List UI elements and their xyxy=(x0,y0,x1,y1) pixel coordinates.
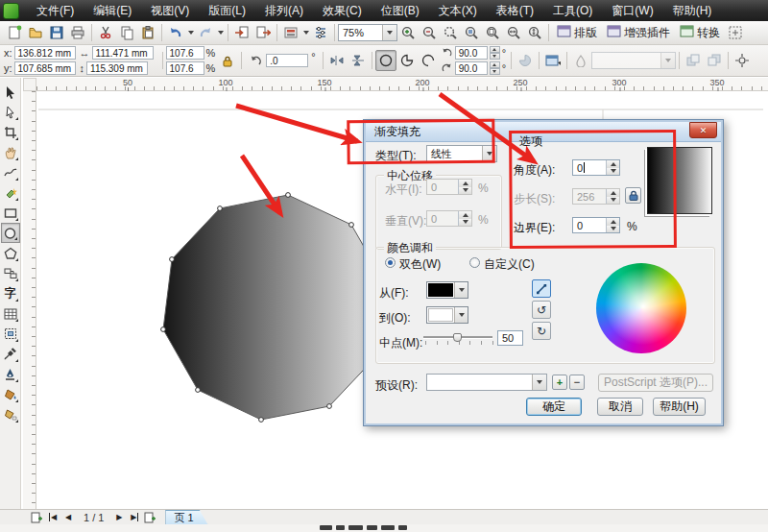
remove-preset-button[interactable]: − xyxy=(569,375,585,390)
snap-options-button[interactable] xyxy=(542,50,564,71)
combo-arrow-icon[interactable] xyxy=(660,53,675,68)
add-page-end-button[interactable] xyxy=(142,511,157,524)
shape-tool[interactable] xyxy=(1,102,20,122)
ellipse-mode-button[interactable] xyxy=(375,50,396,71)
horizontal-field[interactable]: 0 xyxy=(426,179,472,195)
combo-arrow-icon[interactable] xyxy=(454,307,468,323)
menu-layout[interactable]: 版面(L) xyxy=(199,0,255,22)
change-direction-button[interactable] xyxy=(515,50,536,71)
dialog-titlebar[interactable]: 渐变填充 xyxy=(366,122,721,142)
path-straight-button[interactable] xyxy=(532,279,551,298)
vertical-field[interactable]: 0 xyxy=(426,210,472,227)
object-width-field[interactable]: 111.471 mm xyxy=(92,46,154,60)
arc-mode-button[interactable] xyxy=(418,50,439,71)
menu-view[interactable]: 视图(V) xyxy=(141,0,199,22)
zoom-width-button[interactable] xyxy=(503,22,524,43)
scale-lock-button[interactable] xyxy=(217,50,238,71)
rotation-angle-field[interactable]: .0 xyxy=(266,54,308,67)
launcher-dropdown-arrow[interactable] xyxy=(301,22,310,43)
undo-dropdown-arrow[interactable] xyxy=(186,22,195,43)
ruler-origin-box[interactable] xyxy=(23,78,36,91)
combo-arrow-icon[interactable] xyxy=(454,282,468,298)
save-button[interactable] xyxy=(46,22,67,43)
next-page-button[interactable]: ▶ xyxy=(111,511,127,524)
print-button[interactable] xyxy=(67,22,88,43)
menu-text[interactable]: 文本(X) xyxy=(429,0,487,22)
scale-v-field[interactable]: 107.6 xyxy=(166,61,204,75)
menu-file[interactable]: 文件(F) xyxy=(27,0,84,22)
menu-arrange[interactable]: 排列(A) xyxy=(255,0,313,22)
arc-end-spinner[interactable] xyxy=(490,61,500,75)
custom-radio[interactable] xyxy=(469,257,480,268)
basic-shapes-tool[interactable] xyxy=(1,263,20,283)
menu-bitmaps[interactable]: 位图(B) xyxy=(372,0,429,22)
help-button[interactable]: 帮助(H) xyxy=(653,398,706,416)
combo-arrow-icon[interactable] xyxy=(382,25,396,40)
scale-h-field[interactable]: 107.6 xyxy=(166,46,204,60)
midpoint-value-field[interactable]: 50 xyxy=(497,330,523,346)
color-wheel[interactable] xyxy=(596,263,686,353)
dialog-close-button[interactable]: ✕ xyxy=(689,122,717,138)
frame-tool-button[interactable] xyxy=(725,22,746,43)
mirror-horizontal-button[interactable] xyxy=(326,50,348,71)
menu-table[interactable]: 表格(T) xyxy=(487,0,543,22)
steps-field[interactable]: 256 xyxy=(572,188,620,205)
horizontal-ruler[interactable]: 50 100 150 200 250 300 350 xyxy=(36,78,768,91)
angle-spinner[interactable] xyxy=(606,160,619,175)
last-page-button[interactable]: ▶ xyxy=(127,511,142,524)
zoom-all-objects-button[interactable] xyxy=(461,22,482,43)
mirror-vertical-button[interactable] xyxy=(348,50,369,71)
pan-tool[interactable] xyxy=(1,142,20,162)
steps-spinner[interactable] xyxy=(606,189,619,204)
new-document-button[interactable] xyxy=(4,22,25,43)
object-height-field[interactable]: 115.309 mm xyxy=(86,61,148,75)
copy-button[interactable] xyxy=(116,22,137,43)
vertical-ruler[interactable] xyxy=(23,91,36,509)
add-preset-button[interactable]: + xyxy=(552,375,567,390)
pie-mode-button[interactable] xyxy=(396,50,418,71)
combo-arrow-icon[interactable] xyxy=(482,146,496,161)
outline-width-combo[interactable] xyxy=(591,52,676,69)
first-page-button[interactable]: ◀ xyxy=(44,511,60,524)
redo-button[interactable] xyxy=(195,22,216,43)
ellipse-tool[interactable] xyxy=(1,223,20,243)
smart-fill-tool[interactable] xyxy=(1,182,20,203)
path-clockwise-button[interactable]: ↻ xyxy=(532,322,551,340)
vertical-spinner[interactable] xyxy=(458,211,471,226)
open-button[interactable] xyxy=(25,22,46,43)
ok-button[interactable]: 确定 xyxy=(526,398,582,416)
interactive-fill-tool[interactable] xyxy=(1,404,20,424)
to-front-button[interactable] xyxy=(683,50,704,71)
menu-effects[interactable]: 效果(C) xyxy=(313,0,372,22)
from-color-picker[interactable] xyxy=(426,281,468,299)
table-tool[interactable] xyxy=(1,303,20,324)
angle-field[interactable]: 0 xyxy=(572,159,620,176)
interactive-blend-tool[interactable] xyxy=(1,324,20,344)
zoom-page-button[interactable] xyxy=(482,22,503,43)
cancel-button[interactable]: 取消 xyxy=(597,398,643,416)
typeset-plugin-button[interactable]: 排版 xyxy=(552,24,602,42)
convert-plugin-button[interactable]: 转换 xyxy=(675,24,725,42)
zoom-level-combo[interactable]: 75% xyxy=(338,24,397,41)
add-page-start-button[interactable] xyxy=(29,511,44,524)
to-color-picker[interactable] xyxy=(426,306,468,324)
page-tab[interactable]: 页 1 xyxy=(165,510,207,525)
wrap-text-button[interactable] xyxy=(732,50,753,71)
fill-tool[interactable] xyxy=(1,384,20,404)
postscript-options-button[interactable]: PostScript 选项(P)... xyxy=(598,374,713,392)
zoom-height-button[interactable] xyxy=(524,22,545,43)
two-color-radio[interactable] xyxy=(385,257,396,268)
combo-arrow-icon[interactable] xyxy=(532,375,546,390)
menu-help[interactable]: 帮助(H) xyxy=(663,0,722,22)
eyedropper-tool[interactable] xyxy=(1,344,20,364)
horizontal-spinner[interactable] xyxy=(458,180,471,194)
object-x-field[interactable]: 136.812 mm xyxy=(14,46,76,60)
cut-button[interactable] xyxy=(95,22,116,43)
menu-window[interactable]: 窗口(W) xyxy=(602,0,662,22)
to-back-button[interactable] xyxy=(704,50,725,71)
zoom-selected-button[interactable] xyxy=(440,22,461,43)
export-button[interactable] xyxy=(252,22,274,43)
slider-thumb[interactable] xyxy=(453,333,462,342)
arc-end-field[interactable]: 90.0 xyxy=(455,61,488,75)
arc-start-field[interactable]: 90.0 xyxy=(455,46,488,60)
